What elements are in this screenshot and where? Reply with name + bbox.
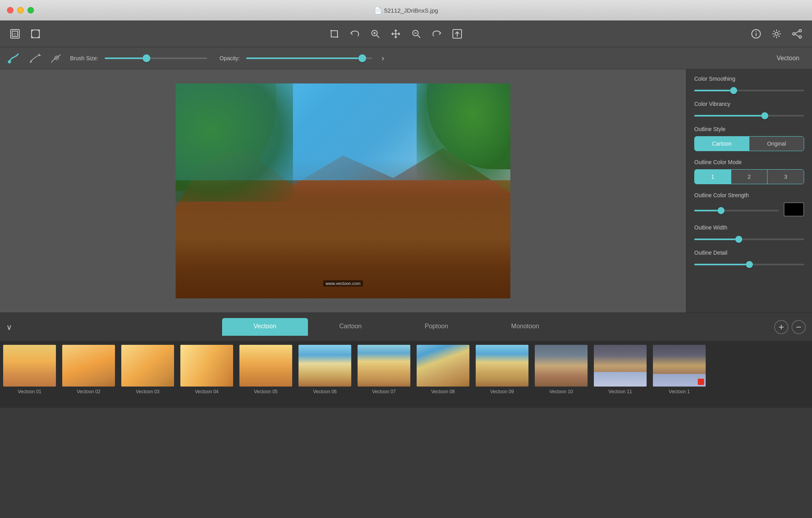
opacity-slider[interactable] [246,57,372,59]
outline-width-slider[interactable] [694,239,804,240]
frame-tool-button[interactable]: ⊡ [6,25,24,43]
outline-style-cartoon[interactable]: Cartoon [695,137,749,151]
color-swatch[interactable] [784,202,804,216]
thumb-image[interactable] [416,344,470,387]
thumb-label: Vectoon 08 [431,389,455,394]
svg-point-16 [799,30,801,32]
svg-point-15 [793,33,795,35]
settings-button[interactable] [768,25,785,43]
zoom-in-button[interactable] [367,25,384,43]
brush-tool-3[interactable] [49,51,64,66]
thumb-label: Vectoon 05 [254,389,278,394]
collapse-button[interactable]: ∨ [6,322,12,332]
thumb-item[interactable]: Vectoon 04 [177,344,236,394]
thumb-item[interactable]: Vectoon 09 [473,344,532,394]
chevron-right-button[interactable]: › [382,54,384,63]
brush-size-label: Brush Size: [70,55,98,61]
outline-detail-label: Outline Detail [694,250,804,256]
svg-line-19 [795,34,799,37]
outline-style-label: Outline Style [694,126,804,132]
brush-size-slider[interactable] [105,57,207,59]
zoom-out-button[interactable] [408,25,425,43]
thumbnail-strip: Vectoon 01 Vectoon 02 Vectoon 03 Vectoon… [0,341,812,408]
thumb-item[interactable]: Vectoon 06 [295,344,354,394]
outline-color-strength-row [694,202,804,216]
thumb-label: Vectoon 01 [18,389,41,394]
remove-preset-button[interactable]: − [792,320,806,334]
thumb-image[interactable] [652,344,706,387]
thumb-item[interactable]: Vectoon 01 [0,344,59,394]
thumb-item[interactable]: Vectoon 03 [118,344,177,394]
thumb-item[interactable]: Vectoon 1 [650,344,709,394]
outline-mode-3[interactable]: 3 [767,170,804,184]
outline-style-original[interactable]: Original [749,137,804,151]
thumb-image[interactable] [180,344,234,387]
svg-line-4 [377,35,380,38]
thumb-image[interactable] [475,344,529,387]
outline-mode-1[interactable]: 1 [695,170,731,184]
tab-items: Vectoon Cartoon Poptoon Monotoon [19,318,774,336]
tab-poptoon[interactable]: Poptoon [393,318,480,336]
svg-point-17 [799,36,801,38]
thumb-image[interactable] [298,344,352,387]
color-smoothing-label: Color Smoothing [694,76,804,82]
transform-tool-button[interactable] [27,25,44,43]
svg-line-8 [418,35,421,38]
titlebar: 📄 52112_JDriBnxS.jpg [0,0,812,20]
share-button[interactable] [788,25,806,43]
thumb-item[interactable]: Vectoon 08 [413,344,473,394]
color-vibrancy-label: Color Vibrancy [694,101,804,107]
bottom-tabs: ∨ Vectoon Cartoon Poptoon Monotoon + − [0,313,812,341]
thumb-image[interactable] [61,344,116,387]
thumb-item[interactable]: Vectoon 07 [354,344,413,394]
thumb-item[interactable]: Vectoon 11 [591,344,650,394]
thumb-image[interactable] [2,344,57,387]
export-button[interactable] [449,25,466,43]
outline-color-mode-group: 1 2 3 [694,169,804,184]
outline-mode-2[interactable]: 2 [731,170,768,184]
toolbar-right [747,25,806,43]
color-vibrancy-slider[interactable] [694,115,804,117]
add-preset-button[interactable]: + [774,320,788,334]
main-toolbar: ⊡ [0,20,812,47]
pan-button[interactable] [387,25,404,43]
thumb-image[interactable] [534,344,588,387]
maximize-button[interactable] [28,7,34,13]
svg-line-18 [795,31,799,33]
thumb-image[interactable] [239,344,293,387]
traffic-lights [7,7,34,13]
thumb-label: Vectoon 1 [669,389,690,394]
tab-vectoon[interactable]: Vectoon [222,318,308,336]
tab-cartoon[interactable]: Cartoon [308,318,393,336]
thumb-item[interactable]: Vectoon 05 [236,344,295,394]
crop-button[interactable] [326,25,343,43]
thumb-label: Vectoon 02 [77,389,100,394]
tab-monotoon[interactable]: Monotoon [480,318,571,336]
info-button[interactable] [747,25,765,43]
thumb-image[interactable] [357,344,411,387]
watermark: www.vectoon.com [323,280,363,287]
outline-color-strength-slider[interactable] [694,210,779,211]
undo-button[interactable] [346,25,363,43]
main-canvas[interactable]: www.vectoon.com [176,83,510,298]
svg-point-13 [756,31,756,32]
opacity-label: Opacity: [220,55,240,61]
redo-button[interactable] [428,25,445,43]
outline-detail-slider[interactable] [694,264,804,265]
brush-tool-2[interactable] [28,51,43,66]
thumb-item[interactable]: Vectoon 10 [532,344,591,394]
thumb-label: Vectoon 10 [549,389,573,394]
minimize-button[interactable] [17,7,24,13]
svg-point-14 [775,32,778,35]
close-button[interactable] [7,7,13,13]
thumb-image[interactable] [121,344,175,387]
thumb-item[interactable]: Vectoon 02 [59,344,118,394]
thumb-image[interactable] [593,344,647,387]
canvas-area[interactable]: www.vectoon.com [0,69,686,313]
color-smoothing-slider[interactable] [694,90,804,91]
brush-tool-1[interactable] [6,51,21,66]
brush-tools-bar: Brush Size: Opacity: › Vectoon [0,47,812,69]
brush-size-slider-container [105,57,207,59]
toolbar-center [47,25,744,43]
thumb-label: Vectoon 03 [136,389,159,394]
